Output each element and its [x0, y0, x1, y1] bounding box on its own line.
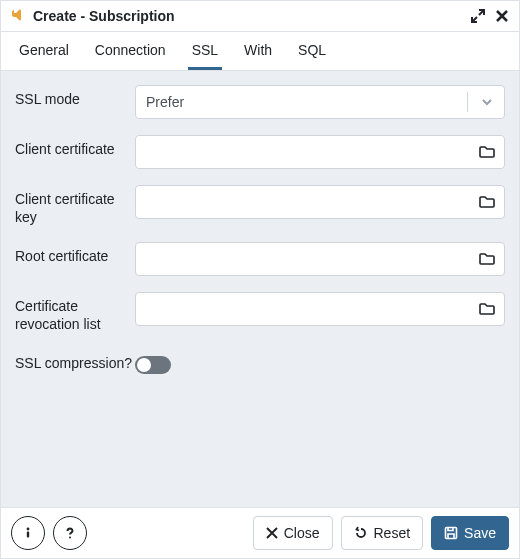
- ssl-compression-label: SSL compression?: [15, 349, 135, 373]
- tab-with[interactable]: With: [240, 32, 276, 70]
- folder-icon[interactable]: [476, 248, 498, 270]
- root-cert-field: [135, 242, 505, 276]
- reset-button-label: Reset: [374, 525, 411, 541]
- tab-general[interactable]: General: [15, 32, 73, 70]
- reset-button[interactable]: Reset: [341, 516, 424, 550]
- client-cert-field: [135, 135, 505, 169]
- ssl-mode-label: SSL mode: [15, 85, 135, 109]
- subscription-icon: [9, 7, 27, 25]
- svg-rect-1: [27, 532, 29, 538]
- root-cert-label: Root certificate: [15, 242, 135, 266]
- client-cert-label: Client certificate: [15, 135, 135, 159]
- maximize-icon[interactable]: [471, 9, 485, 23]
- dialog-title: Create - Subscription: [33, 8, 175, 24]
- client-key-field: [135, 185, 505, 219]
- create-subscription-dialog: Create - Subscription General Connection…: [0, 0, 520, 559]
- tab-ssl[interactable]: SSL: [188, 32, 222, 70]
- ssl-mode-value: Prefer: [146, 94, 461, 110]
- crl-input[interactable]: [146, 300, 476, 318]
- chevron-down-icon: [474, 95, 500, 109]
- help-button[interactable]: [53, 516, 87, 550]
- svg-point-0: [27, 528, 30, 531]
- crl-field: [135, 292, 505, 326]
- close-button-label: Close: [284, 525, 320, 541]
- close-icon[interactable]: [495, 9, 509, 23]
- close-button[interactable]: Close: [253, 516, 333, 550]
- folder-icon[interactable]: [476, 191, 498, 213]
- tab-body-ssl: SSL mode Prefer Client certificate: [1, 71, 519, 507]
- folder-icon[interactable]: [476, 298, 498, 320]
- client-key-input[interactable]: [146, 193, 476, 211]
- client-key-label: Client certificate key: [15, 185, 135, 226]
- svg-rect-3: [446, 528, 457, 539]
- info-button[interactable]: [11, 516, 45, 550]
- titlebar: Create - Subscription: [1, 1, 519, 32]
- root-cert-input[interactable]: [146, 250, 476, 268]
- tab-connection[interactable]: Connection: [91, 32, 170, 70]
- tabs: General Connection SSL With SQL: [1, 32, 519, 71]
- folder-icon[interactable]: [476, 141, 498, 163]
- ssl-compression-toggle[interactable]: [135, 356, 171, 374]
- dialog-footer: Close Reset Save: [1, 507, 519, 558]
- crl-label: Certificate revocation list: [15, 292, 135, 333]
- tab-sql[interactable]: SQL: [294, 32, 330, 70]
- save-button[interactable]: Save: [431, 516, 509, 550]
- client-cert-input[interactable]: [146, 143, 476, 161]
- save-button-label: Save: [464, 525, 496, 541]
- ssl-mode-select[interactable]: Prefer: [135, 85, 505, 119]
- svg-point-2: [69, 537, 71, 539]
